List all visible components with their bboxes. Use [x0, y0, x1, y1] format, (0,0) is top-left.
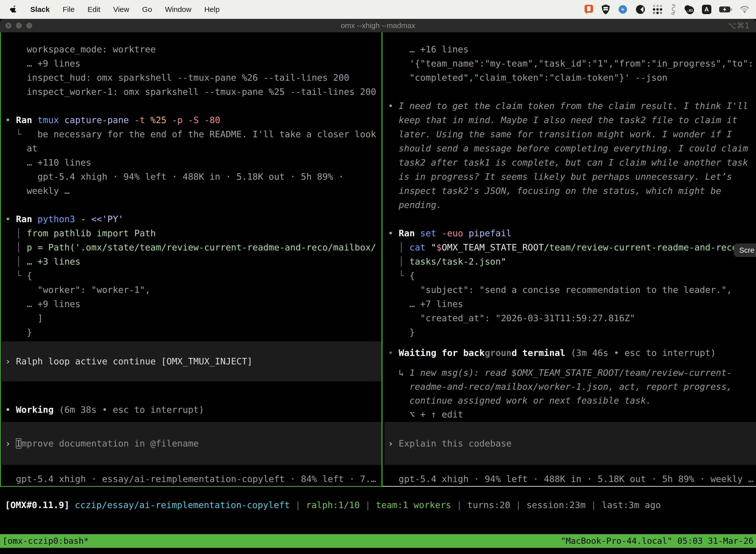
screen-tooltip: Scre: [734, 243, 756, 257]
right-pane-bottom-border: [382, 486, 756, 487]
menu-item-file[interactable]: File: [63, 5, 74, 14]
menu-item-view[interactable]: View: [113, 5, 129, 14]
wifi-icon[interactable]: [740, 6, 750, 13]
menu-item-go[interactable]: Go: [142, 5, 152, 14]
window-title: omx --xhigh --madmax: [0, 21, 756, 30]
left-pane-status-line: gpt-5.4 xhigh · essay/ai-reimplementatio…: [5, 472, 381, 486]
menu-item-window[interactable]: Window: [165, 5, 191, 14]
terminal-window: omx --xhigh --madmax ⌥⌘1 workspace_mode:…: [0, 19, 756, 554]
letter-a-app-icon[interactable]: A: [702, 5, 711, 14]
window-titlebar: omx --xhigh --madmax ⌥⌘1: [0, 19, 756, 32]
svg-text:..61: ..61: [687, 8, 693, 12]
tmux-host-clock-label: "MacBook-Pro-44.local" 05:03 31-Mar-26: [561, 534, 754, 548]
right-scrollback: … +16 lines '{"team_name":"my-team","tas…: [388, 42, 756, 339]
dark-circle-icon[interactable]: [635, 4, 645, 14]
tmux-session-label: [omx-cczip0:bash*: [2, 534, 89, 548]
right-pane-status-line: gpt-5.4 xhigh · 94% left · 488K in · 5.1…: [388, 472, 756, 486]
new-message-notice: ↳ 1 new msg(s): read $OMX_TEAM_STATE_ROO…: [388, 366, 756, 422]
tmux-panes: workspace_mode: worktree … +9 lines insp…: [0, 32, 756, 486]
shield-grid-icon[interactable]: [601, 4, 610, 15]
inject-message-box[interactable]: › Ralph loop active continue [OMX_TMUX_I…: [2, 341, 381, 381]
left-pane-bottom-border: [0, 486, 382, 487]
apple-logo-icon[interactable]: [10, 5, 17, 14]
left-scrollback: workspace_mode: worktree … +9 lines insp…: [5, 42, 381, 339]
window-shortcut-badge: ⌥⌘1: [728, 21, 750, 30]
dots-grid-icon[interactable]: [653, 5, 662, 14]
menu-items: Slack File Edit View Go Window Help: [30, 5, 219, 14]
counter-badge-icon[interactable]: ..61: [684, 4, 694, 15]
battery-icon[interactable]: [719, 6, 732, 13]
right-prompt-input[interactable]: › Explain this codebase: [384, 422, 756, 465]
menu-item-edit[interactable]: Edit: [87, 5, 101, 14]
menu-item-help[interactable]: Help: [204, 5, 220, 14]
left-terminal-pane[interactable]: workspace_mode: worktree … +9 lines insp…: [1, 32, 381, 486]
chat-app-icon[interactable]: [584, 4, 594, 15]
right-terminal-pane[interactable]: … +16 lines '{"team_name":"my-team","tas…: [382, 32, 756, 486]
menu-status-icons: ..61 A: [584, 4, 756, 15]
left-prompt-input[interactable]: › Improve documentation in @filename: [2, 422, 381, 465]
squiggle-icon[interactable]: [670, 4, 676, 15]
tmux-status-bar: [omx-cczip0:bash* "MacBook-Pro-44.local"…: [0, 534, 756, 548]
waiting-status-line: • Waiting for background terminal (3m 46…: [388, 346, 756, 360]
macos-menu-bar: Slack File Edit View Go Window Help: [0, 0, 756, 19]
omx-hud-status-line: [OMX#0.11.9] cczip/essay/ai-reimplementa…: [5, 498, 661, 512]
blue-badge-icon[interactable]: [618, 4, 628, 15]
working-status-line: • Working (6m 38s • esc to interrupt): [5, 403, 381, 417]
menu-item-slack[interactable]: Slack: [30, 5, 50, 14]
